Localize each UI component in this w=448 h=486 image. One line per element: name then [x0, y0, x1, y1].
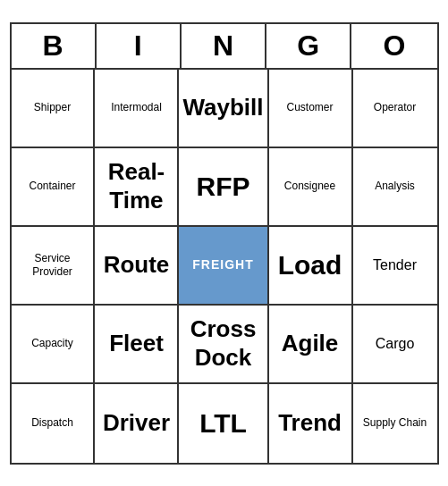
bingo-cell-12: FREIGHT	[179, 227, 268, 306]
bingo-cell-0: Shipper	[12, 70, 96, 148]
bingo-cell-14: Tender	[353, 227, 437, 306]
bingo-cell-4: Operator	[353, 70, 437, 148]
bingo-cell-3: Customer	[269, 70, 353, 148]
bingo-cell-10: Service Provider	[12, 227, 96, 306]
bingo-cell-8: Consignee	[269, 148, 353, 227]
bingo-cell-2: Waybill	[179, 70, 268, 148]
bingo-cell-21: Driver	[95, 384, 179, 463]
bingo-cell-1: Intermodal	[95, 70, 179, 148]
header-letter-n: N	[182, 24, 266, 68]
bingo-cell-23: Trend	[269, 384, 353, 463]
bingo-cell-22: LTL	[179, 384, 268, 463]
bingo-cell-9: Analysis	[353, 148, 437, 227]
header-letter-g: G	[266, 24, 351, 68]
bingo-cell-16: Fleet	[95, 306, 179, 384]
bingo-cell-13: Load	[269, 227, 353, 306]
bingo-grid: ShipperIntermodalWaybillCustomerOperator…	[12, 70, 437, 463]
bingo-cell-19: Cargo	[353, 306, 437, 384]
bingo-cell-17: Cross Dock	[179, 306, 268, 384]
bingo-cell-18: Agile	[269, 306, 353, 384]
header-letter-o: O	[351, 24, 436, 68]
bingo-card: BINGO ShipperIntermodalWaybillCustomerOp…	[10, 22, 439, 465]
header-letter-i: I	[97, 24, 182, 68]
bingo-cell-7: RFP	[179, 148, 268, 227]
bingo-cell-11: Route	[95, 227, 179, 306]
bingo-cell-5: Container	[12, 148, 96, 227]
header-letter-b: B	[12, 24, 97, 68]
bingo-cell-15: Capacity	[12, 306, 96, 384]
bingo-cell-20: Dispatch	[12, 384, 96, 463]
bingo-cell-24: Supply Chain	[353, 384, 437, 463]
bingo-header: BINGO	[12, 24, 437, 70]
bingo-cell-6: Real-Time	[95, 148, 179, 227]
